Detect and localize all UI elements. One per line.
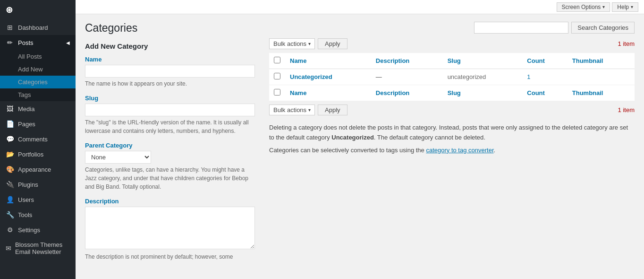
sidebar-item-tools[interactable]: 🔧 Tools bbox=[0, 207, 76, 222]
row-count-link[interactable]: 1 bbox=[527, 73, 530, 80]
select-all-checkbox-footer[interactable] bbox=[274, 89, 280, 96]
apply-top-button[interactable]: Apply bbox=[318, 38, 347, 49]
table-header-row: Name Description Slug Count Thumbnail bbox=[269, 53, 635, 69]
item-count-bottom: 1 item bbox=[618, 106, 635, 113]
name-input[interactable] bbox=[85, 65, 255, 78]
page-title: Categories bbox=[85, 22, 255, 35]
category-name-link[interactable]: Uncategorized bbox=[290, 73, 332, 80]
row-slug-value: uncategorized bbox=[448, 73, 486, 80]
slug-hint: The "slug" is the URL-friendly version o… bbox=[85, 118, 255, 135]
sidebar-item-plugins[interactable]: 🔌 Plugins bbox=[0, 177, 76, 192]
sidebar-item-users[interactable]: 👤 Users bbox=[0, 192, 76, 207]
col-count-label: Count bbox=[527, 57, 545, 64]
table-col-count[interactable]: Count bbox=[522, 53, 567, 69]
table-col-description[interactable]: Description bbox=[371, 53, 443, 69]
screen-options-arrow-icon: ▾ bbox=[602, 4, 605, 9]
description-textarea[interactable] bbox=[85, 207, 255, 249]
help-button[interactable]: Help ▾ bbox=[612, 2, 638, 12]
footer-col-slug-label: Slug bbox=[448, 89, 461, 96]
row-description-cell: — bbox=[371, 69, 443, 85]
table-col-name[interactable]: Name bbox=[285, 53, 371, 69]
sidebar-item-all-posts[interactable]: All Posts bbox=[0, 50, 76, 63]
row-name-cell: Uncategorized bbox=[285, 69, 371, 85]
sidebar-item-categories[interactable]: Categories bbox=[0, 76, 76, 88]
main-area: Screen Options ▾ Help ▾ Categories Add N… bbox=[76, 0, 644, 279]
slug-label: Slug bbox=[85, 95, 255, 102]
row-checkbox[interactable] bbox=[274, 73, 280, 79]
name-hint: The name is how it appears on your site. bbox=[85, 79, 255, 88]
right-panel: Search Categories Bulk actions ▾ Apply 1… bbox=[264, 22, 635, 271]
slug-group: Slug The "slug" is the URL-friendly vers… bbox=[85, 95, 255, 135]
tools-icon: 🔧 bbox=[6, 211, 14, 218]
help-label: Help bbox=[617, 4, 629, 10]
sidebar-item-add-new[interactable]: Add New bbox=[0, 63, 76, 76]
parent-category-group: Parent Category None Categories, unlike … bbox=[85, 142, 255, 191]
apply-bottom-button[interactable]: Apply bbox=[318, 105, 347, 115]
delete-note-text2: . The default category cannot be deleted… bbox=[374, 134, 485, 141]
sidebar-item-tags[interactable]: Tags bbox=[0, 88, 76, 101]
table-footer-col-slug[interactable]: Slug bbox=[443, 85, 523, 101]
select-all-checkbox[interactable] bbox=[274, 57, 280, 63]
sidebar-item-appearance[interactable]: 🎨 Appearance bbox=[0, 162, 76, 177]
table-row: Uncategorized — uncategorized 1 bbox=[269, 69, 635, 85]
categories-table: Name Description Slug Count Thumbnail bbox=[269, 53, 635, 101]
sidebar-item-pages[interactable]: 📄 Pages bbox=[0, 116, 76, 131]
screen-options-button[interactable]: Screen Options ▾ bbox=[557, 2, 610, 12]
converter-link[interactable]: category to tag converter bbox=[426, 147, 493, 154]
users-icon: 👤 bbox=[6, 196, 14, 203]
sidebar-item-settings[interactable]: ⚙ Settings bbox=[0, 222, 76, 237]
row-count-cell: 1 bbox=[522, 69, 567, 85]
parent-hint: Categories, unlike tags, can have a hier… bbox=[85, 166, 255, 191]
item-count-top: 1 item bbox=[618, 40, 635, 47]
form-panel: Categories Add New Category Name The nam… bbox=[85, 22, 264, 271]
col-thumbnail-label: Thumbnail bbox=[572, 57, 603, 64]
comments-icon: 💬 bbox=[6, 135, 14, 143]
all-posts-label: All Posts bbox=[18, 53, 42, 60]
row-thumbnail-cell bbox=[568, 69, 635, 85]
bulk-actions-top-label: Bulk actions bbox=[273, 40, 306, 47]
row-checkbox-cell[interactable] bbox=[269, 69, 285, 85]
bulk-actions-top-select[interactable]: Bulk actions ▾ bbox=[269, 38, 315, 49]
bulk-actions-bottom-arrow-icon: ▾ bbox=[308, 107, 311, 113]
default-category-name: Uncategorized bbox=[331, 134, 374, 141]
sidebar-item-label: Blossom Themes Email Newsletter bbox=[15, 241, 70, 255]
name-label: Name bbox=[85, 56, 255, 63]
parent-category-select[interactable]: None bbox=[85, 151, 151, 164]
sidebar-item-label: Pages bbox=[18, 121, 35, 128]
table-footer-col-name[interactable]: Name bbox=[285, 85, 371, 101]
table-header-checkbox[interactable] bbox=[269, 53, 285, 69]
table-footer-checkbox[interactable] bbox=[269, 85, 285, 101]
footer-col-name-label: Name bbox=[290, 89, 306, 96]
table-footer-col-count[interactable]: Count bbox=[522, 85, 567, 101]
topbar: Screen Options ▾ Help ▾ bbox=[76, 0, 644, 14]
description-group: Description The description is not promi… bbox=[85, 198, 255, 261]
sidebar-item-label: Media bbox=[18, 105, 34, 113]
footer-col-description-label: Description bbox=[376, 89, 410, 96]
table-footer-col-description[interactable]: Description bbox=[371, 85, 443, 101]
description-label: Description bbox=[85, 198, 255, 205]
row-description-value: — bbox=[376, 73, 382, 80]
sidebar-item-label: Appearance bbox=[18, 166, 51, 173]
wordpress-icon: ⊛ bbox=[6, 5, 13, 15]
help-arrow-icon: ▾ bbox=[631, 4, 633, 9]
dashboard-icon: ⊞ bbox=[6, 24, 14, 31]
sidebar-item-blossom[interactable]: ✉ Blossom Themes Email Newsletter bbox=[0, 237, 76, 259]
sidebar-item-comments[interactable]: 💬 Comments bbox=[0, 131, 76, 147]
sidebar-item-posts[interactable]: ✏ Posts ◀ bbox=[0, 35, 76, 50]
col-slug-label: Slug bbox=[448, 57, 461, 64]
sidebar-item-label: Comments bbox=[18, 136, 48, 143]
sidebar-item-portfolios[interactable]: 📂 Portfolios bbox=[0, 147, 76, 162]
sidebar-item-dashboard[interactable]: ⊞ Dashboard bbox=[0, 20, 76, 35]
categories-label: Categories bbox=[18, 78, 48, 86]
converter-note: Categories can be selectively converted … bbox=[269, 146, 635, 156]
sidebar-item-label: Users bbox=[18, 196, 34, 203]
slug-input[interactable] bbox=[85, 104, 255, 116]
table-footer-row: Name Description Slug Count Thumbnail bbox=[269, 85, 635, 101]
sidebar-item-media[interactable]: 🖼 Media bbox=[0, 101, 76, 116]
bulk-actions-bottom-select[interactable]: Bulk actions ▾ bbox=[269, 105, 315, 115]
search-categories-button[interactable]: Search Categories bbox=[571, 22, 635, 34]
sidebar-item-label: Settings bbox=[18, 227, 40, 234]
search-input[interactable] bbox=[474, 22, 568, 34]
sidebar-logo[interactable]: ⊛ bbox=[0, 0, 76, 20]
table-col-slug[interactable]: Slug bbox=[443, 53, 523, 69]
